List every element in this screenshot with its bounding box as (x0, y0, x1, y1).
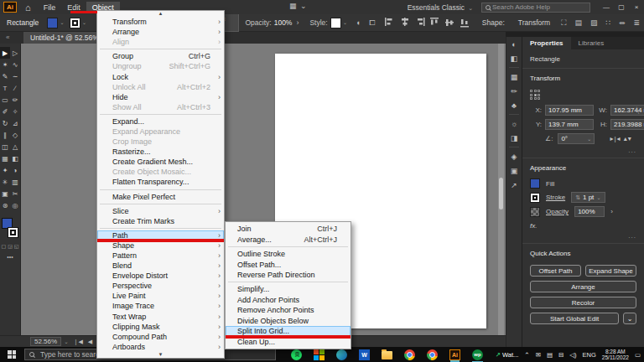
panel-menu-icon[interactable]: ≣ (633, 18, 640, 27)
column-graph-tool-icon[interactable]: ▥ (10, 176, 20, 188)
menu-item-rasterize[interactable]: Rasterize... (97, 147, 224, 157)
scrollbar-thumb[interactable] (499, 178, 503, 209)
preferences-icon[interactable]: ⏛ (619, 18, 625, 28)
opacity-link[interactable]: Opacity (546, 208, 569, 215)
menu-item-create-trim-marks[interactable]: Create Trim Marks (97, 216, 224, 226)
help-search-input[interactable]: Search Adobe Help (481, 3, 590, 13)
flip-vertical-icon[interactable]: ▴▾ (624, 135, 632, 142)
rectangle-tool-icon[interactable]: ▭ (0, 94, 10, 106)
menu-item-outline-stroke[interactable]: Outline Stroke (226, 249, 351, 259)
flip-horizontal-icon[interactable]: ▸|◂ (610, 135, 621, 142)
reference-point-dot[interactable] (530, 90, 532, 92)
style-swatch-dropdown[interactable]: ⌄ (330, 18, 352, 28)
stroke-weight-stepper[interactable]: ⇅1 pt⌄ (571, 192, 605, 203)
menu-item-average[interactable]: Average...Alt+Ctrl+J (226, 234, 351, 244)
menu-item-crop-image[interactable]: Crop Image (97, 137, 224, 147)
select-similar-objects-icon[interactable]: ▤ (574, 18, 582, 27)
align-top-icon[interactable] (430, 18, 440, 28)
lasso-tool-icon[interactable]: ∿ (10, 59, 20, 70)
stroke-swatch[interactable]: ⌄ (70, 18, 91, 28)
start-button[interactable] (8, 350, 16, 359)
menu-item-make-pixel-perfect[interactable]: Make Pixel Perfect (97, 192, 224, 202)
slice-tool-icon[interactable]: ✂ (10, 188, 20, 199)
menu-item-live-paint[interactable]: Live Paint› (97, 291, 224, 301)
expand-shape-button[interactable]: Expand Shape (585, 265, 636, 277)
menu-item-divide-objects-below[interactable]: Divide Objects Below (226, 316, 351, 326)
constrain-proportions-icon[interactable]: ⧹ (636, 106, 639, 116)
menu-item-flatten-transparency[interactable]: Flatten Transparency... (97, 177, 224, 187)
menu-scroll-down-icon[interactable]: ▼ (97, 352, 224, 358)
direct-selection-tool-icon[interactable]: ▷ (10, 47, 20, 59)
scale-tool-icon[interactable]: ⊿ (10, 117, 20, 129)
microsoft-edge-icon[interactable] (336, 349, 347, 360)
offset-path-button[interactable]: Offset Path (530, 265, 581, 277)
opacity-more-icon[interactable]: › (296, 18, 299, 27)
menu-item-blend[interactable]: Blend› (97, 261, 224, 271)
stroke-link[interactable]: Stroke (546, 194, 565, 201)
menu-item-perspective[interactable]: Perspective› (97, 281, 224, 291)
opacity-field[interactable]: 100% (574, 206, 605, 217)
symbols-panel-icon[interactable]: ♣ (506, 98, 522, 112)
mesh-tool-icon[interactable]: ▦ (0, 153, 10, 164)
pen-tool-icon[interactable]: ✎ (0, 70, 10, 82)
menu-item-reverse-path-direction[interactable]: Reverse Path Direction (226, 270, 351, 280)
align-middle-v-icon[interactable] (445, 18, 455, 28)
asset-export-panel-icon[interactable]: ↗ (506, 178, 522, 192)
color-panel-icon[interactable]: ◐ (506, 37, 522, 51)
brushes-panel-icon[interactable]: ✏ (506, 84, 522, 98)
h-field[interactable]: 219.3988 m (610, 119, 644, 130)
gradient-tool-icon[interactable]: ◧ (10, 153, 20, 164)
menu-item-ungroup[interactable]: UngroupShift+Ctrl+G (97, 61, 224, 71)
x-field[interactable]: 107.95 mm (545, 105, 594, 116)
start-global-edit-dropdown[interactable]: ⌄ (623, 313, 636, 324)
appearance-stroke-swatch[interactable] (530, 193, 540, 203)
touch-keyboard-icon[interactable]: ▤ (547, 351, 553, 359)
menu-item-slice[interactable]: Slice› (97, 206, 224, 216)
menu-item-compound-path[interactable]: Compound Path› (97, 332, 224, 342)
recolor-artwork-icon[interactable]: ◐ (356, 18, 361, 27)
menu-item-hide[interactable]: Hide› (97, 92, 224, 102)
transform-link[interactable]: Transform (518, 18, 550, 27)
appearance-fill-swatch[interactable] (530, 178, 540, 189)
artboard-navigation-icons[interactable]: |◀ ◀ (75, 339, 95, 345)
language-indicator[interactable]: ENG (583, 351, 596, 359)
type-tool-icon[interactable]: T (0, 82, 10, 94)
arrange-button[interactable]: Arrange (530, 281, 636, 292)
network-icon[interactable]: ⊟ (558, 351, 564, 359)
shape-builder-tool-icon[interactable]: ◫ (0, 141, 10, 153)
tab-properties[interactable]: Properties (522, 37, 571, 49)
curvature-tool-icon[interactable]: ∼ (10, 70, 20, 82)
line-segment-tool-icon[interactable]: ∕ (10, 82, 20, 94)
artboard-tool-icon[interactable]: ▣ (0, 188, 10, 199)
shaper-tool-icon[interactable]: ✧ (10, 106, 20, 117)
rotation-dropdown[interactable]: 0°⌄ (558, 133, 595, 144)
menu-item-expand[interactable]: Expand... (97, 116, 224, 127)
bounding-box-icon[interactable]: ∷ (606, 18, 611, 27)
edit-toolbar-icon[interactable]: ••• (0, 254, 20, 260)
pencil-tool-icon[interactable]: ✐ (0, 106, 10, 117)
home-icon[interactable]: ⌂ (25, 3, 31, 13)
menu-item-arrange[interactable]: Arrange› (97, 27, 224, 37)
menu-file[interactable]: File (38, 2, 62, 13)
stroke-proxy-swatch[interactable] (8, 227, 18, 238)
shape-link[interactable]: Shape: (482, 18, 505, 27)
spotify-icon[interactable]: ))) (291, 349, 302, 360)
y-field[interactable]: 139.7 mm (545, 119, 594, 130)
menu-scroll-up-icon[interactable]: ▲ (97, 11, 224, 17)
reference-point-dot[interactable] (530, 97, 532, 100)
volume-icon[interactable]: ◁) (569, 351, 576, 359)
menu-item-clipping-mask[interactable]: Clipping Mask› (97, 322, 224, 332)
artboards-panel-icon[interactable]: ▣ (506, 163, 522, 178)
fill-stroke-widget[interactable] (2, 218, 18, 238)
symbol-sprayer-tool-icon[interactable]: ✳ (0, 176, 10, 188)
reference-point-dot[interactable] (534, 90, 537, 92)
tray-chevron-icon[interactable]: ⌃ (524, 351, 529, 359)
reference-point-dot[interactable] (538, 90, 540, 92)
menu-item-split-into-grid[interactable]: Split Into Grid... (226, 326, 351, 336)
hand-tool-icon[interactable]: ⊛ (0, 199, 10, 211)
stocks-widget[interactable]: ↗Wat... (496, 351, 519, 359)
menu-item-transform[interactable]: Transform› (97, 17, 224, 27)
zoom-tool-icon[interactable]: ◎ (10, 199, 20, 211)
clock[interactable]: 8:28 AM25/11/2022 (602, 349, 629, 360)
microsoft-store-icon[interactable] (314, 349, 325, 360)
